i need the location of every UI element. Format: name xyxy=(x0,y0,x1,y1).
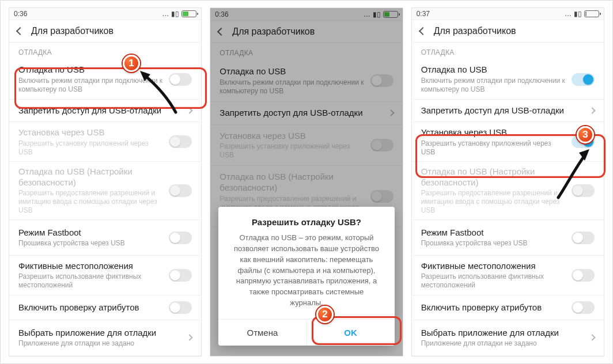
phone-screen-1: 0:36 … ▮▯ Для разработчиков ОТЛАДКА Отла… xyxy=(9,7,202,357)
toggle-attribute-check[interactable] xyxy=(169,301,192,314)
row-attribute-check[interactable]: Включить проверку атрибутов xyxy=(412,295,604,320)
row-attribute-check[interactable]: Включить проверку атрибутов xyxy=(9,295,201,320)
step-badge-1: 1 xyxy=(123,55,140,72)
row-revoke-usb-access[interactable]: Запретить доступ для USB-отладки xyxy=(412,100,604,123)
row-mock-locations[interactable]: Фиктивные местоположения Разрешить испол… xyxy=(412,256,604,295)
row-label: Режим Fastboot xyxy=(18,227,163,238)
row-install-via-usb: Установка через USB Разрешить установку … xyxy=(9,122,201,162)
row-usb-security: Отладка по USB (Настройки безопасности) … xyxy=(9,162,201,220)
arrow-1 xyxy=(140,71,186,117)
titlebar: Для разработчиков xyxy=(9,20,201,43)
row-desc: Разрешить предоставление разрешений и им… xyxy=(18,189,163,215)
row-label: Запретить доступ для USB-отладки xyxy=(421,105,584,116)
dialog-cancel-button[interactable]: Отмена xyxy=(218,320,306,346)
toggle-attribute-check[interactable] xyxy=(572,301,595,314)
row-desc: Разрешить установку приложений через USB xyxy=(18,139,163,157)
section-header-debug: ОТЛАДКА xyxy=(412,43,604,60)
row-label: Включить проверку атрибутов xyxy=(18,302,163,313)
row-select-debug-app[interactable]: Выбрать приложение для отладки Приложени… xyxy=(412,320,604,356)
page-title: Для разработчиков xyxy=(434,26,516,36)
toggle-fastboot[interactable] xyxy=(572,232,595,244)
toggle-fastboot[interactable] xyxy=(169,232,192,244)
row-desc: Приложение для отладки не задано xyxy=(421,339,584,348)
toggle-mock-locations[interactable] xyxy=(572,269,595,282)
row-label: Фиктивные местоположения xyxy=(421,261,566,272)
row-label: Режим Fastboot xyxy=(421,227,566,238)
row-desc: Приложение для отладки не задано xyxy=(18,339,181,348)
row-label: Выбрать приложение для отладки xyxy=(421,328,584,339)
chevron-right-icon xyxy=(589,107,595,113)
status-bar: 0:37 … ▮▯ xyxy=(412,8,604,20)
row-usb-debugging[interactable]: Отладка по USB Включить режим отладки пр… xyxy=(412,60,604,100)
row-label: Отладка по USB (Настройки безопасности) xyxy=(18,166,163,188)
row-desc: Разрешить использование фиктивных местоп… xyxy=(421,272,566,290)
row-label: Фиктивные местоположения xyxy=(18,261,163,272)
phone-screen-2: 0:36 … ▮▯ Для разработчиков ОТЛАДКА Отла… xyxy=(210,7,403,357)
row-label: Выбрать приложение для отладки xyxy=(18,328,181,339)
status-dots: … xyxy=(162,10,169,18)
back-icon[interactable] xyxy=(419,27,427,35)
row-label: Установка через USB xyxy=(18,127,163,138)
status-bar: 0:36 … ▮▯ xyxy=(9,8,201,20)
toggle-mock-locations[interactable] xyxy=(169,269,192,282)
status-dots: … xyxy=(565,10,572,18)
row-desc: Разрешить предоставление разрешений и им… xyxy=(421,189,566,215)
page-title: Для разработчиков xyxy=(31,26,113,36)
toggle-usb-debugging[interactable] xyxy=(572,73,595,86)
chevron-right-icon xyxy=(187,335,193,341)
row-desc: Разрешить использование фиктивных местоп… xyxy=(18,272,163,290)
row-label: Включить проверку атрибутов xyxy=(421,302,566,313)
toggle-install-via-usb xyxy=(169,135,192,148)
clock-text: 0:36 xyxy=(14,10,27,18)
dialog-body: Отладка по USB – это режим, который позв… xyxy=(218,233,394,319)
row-mock-locations[interactable]: Фиктивные местоположения Разрешить испол… xyxy=(9,256,201,295)
toggle-usb-security xyxy=(169,184,192,197)
row-desc: Прошивка устройства через USB xyxy=(18,239,163,248)
row-fastboot[interactable]: Режим Fastboot Прошивка устройства через… xyxy=(9,220,201,256)
clock-text: 0:37 xyxy=(417,10,430,18)
section-header-debug: ОТЛАДКА xyxy=(9,43,201,60)
row-fastboot[interactable]: Режим Fastboot Прошивка устройства через… xyxy=(412,220,604,256)
dialog-title: Разрешить отладку USB? xyxy=(218,207,394,233)
arrow-3 xyxy=(554,149,600,201)
row-desc: Прошивка устройства через USB xyxy=(421,239,566,248)
signal-icon: ▮▯ xyxy=(574,10,582,18)
signal-icon: ▮▯ xyxy=(171,10,179,18)
chevron-right-icon xyxy=(589,335,595,341)
titlebar: Для разработчиков xyxy=(412,20,604,43)
back-icon[interactable] xyxy=(16,27,24,35)
row-desc: Включить режим отладки при подключении к… xyxy=(421,77,566,94)
step-badge-2: 2 xyxy=(316,306,334,323)
battery-icon xyxy=(584,10,599,17)
step-badge-3: 3 xyxy=(577,126,594,143)
row-select-debug-app[interactable]: Выбрать приложение для отладки Приложени… xyxy=(9,320,201,356)
battery-icon xyxy=(181,10,196,17)
row-label: Отладка по USB xyxy=(421,65,566,75)
